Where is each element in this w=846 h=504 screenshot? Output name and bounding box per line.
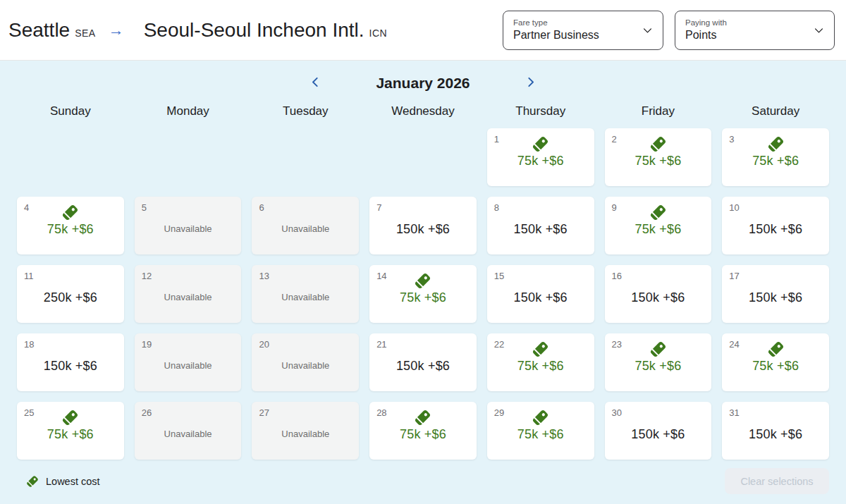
lowest-cost-tag-icon — [766, 340, 785, 359]
day-cell[interactable]: 14 75k +$6 — [369, 265, 477, 323]
destination-airport-code: ICN — [369, 27, 388, 39]
route-title: Seattle SEA → Seoul-Seoul Incheon Intl. … — [8, 19, 387, 42]
previous-month-button[interactable] — [304, 72, 327, 94]
header: Seattle SEA → Seoul-Seoul Incheon Intl. … — [0, 0, 846, 61]
day-cell[interactable]: 18150k +$6 — [17, 333, 124, 391]
empty-cell — [135, 128, 242, 186]
paying-with-select[interactable]: Paying with Points — [675, 11, 835, 50]
lowest-cost-tag-icon — [413, 271, 432, 290]
day-cell-unavailable: 13Unavailable — [252, 265, 359, 323]
unavailable-label: Unavailable — [281, 427, 329, 441]
unavailable-label: Unavailable — [164, 290, 212, 305]
weekday-row: SundayMondayTuesdayWednesdayThursdayFrid… — [17, 104, 829, 118]
weekday-label: Wednesday — [369, 104, 477, 118]
origin-airport-code: SEA — [75, 27, 96, 39]
price-label: 75k +$6 — [517, 359, 564, 373]
day-cell-unavailable: 12Unavailable — [135, 265, 242, 323]
price-label: 150k +$6 — [749, 427, 802, 441]
origin-city: Seattle — [8, 19, 70, 42]
day-cell[interactable]: 22 75k +$6 — [487, 333, 594, 391]
price-label: 150k +$6 — [749, 222, 802, 236]
day-cell[interactable]: 17150k +$6 — [722, 265, 829, 323]
day-cell[interactable]: 29 75k +$6 — [487, 402, 594, 460]
day-cell[interactable]: 10150k +$6 — [722, 197, 829, 254]
lowest-cost-legend: Lowest cost — [25, 474, 100, 488]
price-label: 75k +$6 — [47, 222, 94, 236]
day-cell-unavailable: 20Unavailable — [252, 333, 359, 391]
weekday-label: Saturday — [722, 104, 829, 118]
fare-type-value: Partner Business — [513, 29, 634, 42]
unavailable-label: Unavailable — [281, 222, 329, 236]
award-calendar: January 2026 SundayMondayTuesdayWednesda… — [0, 61, 846, 494]
calendar-footer: Lowest cost Clear selections — [17, 468, 829, 494]
weekday-label: Sunday — [17, 104, 124, 118]
lowest-cost-tag-icon — [531, 408, 550, 427]
chevron-right-icon — [523, 75, 538, 92]
price-label: 150k +$6 — [44, 359, 97, 373]
day-cell[interactable]: 1 75k +$6 — [487, 128, 594, 186]
day-cell[interactable]: 23 75k +$6 — [605, 333, 712, 391]
day-cell-unavailable: 27Unavailable — [252, 402, 359, 460]
day-cell[interactable]: 3 75k +$6 — [722, 128, 829, 186]
unavailable-label: Unavailable — [281, 290, 329, 305]
price-label: 75k +$6 — [400, 290, 446, 305]
paying-with-label: Paying with — [685, 18, 806, 27]
price-label: 150k +$6 — [631, 427, 685, 441]
unavailable-label: Unavailable — [164, 427, 212, 441]
empty-cell — [252, 128, 359, 186]
price-label: 75k +$6 — [517, 154, 564, 168]
price-label: 150k +$6 — [749, 290, 802, 305]
lowest-cost-tag-icon — [25, 474, 39, 488]
price-label: 150k +$6 — [514, 222, 568, 236]
price-label: 150k +$6 — [396, 359, 450, 373]
calendar-grid: 1 75k +$62 75k +$63 75k +$64 75k +$65Una… — [17, 128, 829, 460]
lowest-cost-tag-icon — [25, 474, 39, 488]
day-cell[interactable]: 2 75k +$6 — [605, 128, 712, 186]
clear-selections-button[interactable]: Clear selections — [725, 468, 829, 494]
chevron-down-icon — [813, 24, 825, 36]
legend-label: Lowest cost — [46, 476, 100, 487]
lowest-cost-tag-icon — [649, 203, 668, 222]
unavailable-label: Unavailable — [164, 359, 212, 373]
day-cell-unavailable: 6Unavailable — [252, 197, 359, 254]
day-cell[interactable]: 30150k +$6 — [605, 402, 712, 460]
month-label: January 2026 — [327, 75, 519, 92]
weekday-label: Thursday — [487, 104, 594, 118]
day-cell-unavailable: 26Unavailable — [135, 402, 242, 460]
day-cell[interactable]: 15150k +$6 — [487, 265, 594, 323]
day-cell[interactable]: 24 75k +$6 — [722, 333, 829, 391]
weekday-label: Monday — [135, 104, 242, 118]
lowest-cost-tag-icon — [531, 340, 550, 359]
lowest-cost-tag-icon — [766, 135, 785, 154]
empty-cell — [369, 128, 477, 186]
fare-type-select[interactable]: Fare type Partner Business — [503, 11, 663, 50]
day-cell[interactable]: 11250k +$6 — [17, 265, 124, 323]
price-label: 75k +$6 — [634, 359, 681, 373]
day-cell[interactable]: 8150k +$6 — [487, 197, 594, 254]
day-cell[interactable]: 9 75k +$6 — [605, 197, 712, 254]
day-cell[interactable]: 25 75k +$6 — [17, 402, 124, 460]
price-label: 150k +$6 — [514, 290, 568, 305]
price-label: 75k +$6 — [634, 222, 681, 236]
price-label: 75k +$6 — [400, 427, 446, 441]
lowest-cost-tag-icon — [531, 135, 550, 154]
next-month-button[interactable] — [519, 72, 542, 94]
lowest-cost-tag-icon — [61, 408, 80, 427]
day-cell[interactable]: 7150k +$6 — [369, 197, 477, 254]
destination-city: Seoul-Seoul Incheon Intl. — [144, 19, 364, 42]
price-label: 75k +$6 — [47, 427, 94, 441]
price-label: 150k +$6 — [396, 222, 450, 236]
day-cell[interactable]: 21150k +$6 — [369, 333, 477, 391]
lowest-cost-tag-icon — [649, 340, 668, 359]
day-cell[interactable]: 28 75k +$6 — [369, 402, 477, 460]
price-label: 150k +$6 — [631, 290, 685, 305]
day-cell[interactable]: 4 75k +$6 — [17, 197, 124, 254]
empty-cell — [17, 128, 124, 186]
day-cell[interactable]: 16150k +$6 — [605, 265, 712, 323]
unavailable-label: Unavailable — [281, 359, 329, 373]
day-cell-unavailable: 19Unavailable — [135, 333, 242, 391]
day-cell-unavailable: 5Unavailable — [135, 197, 242, 254]
lowest-cost-tag-icon — [413, 408, 432, 427]
day-cell[interactable]: 31150k +$6 — [722, 402, 829, 460]
lowest-cost-tag-icon — [61, 203, 80, 222]
